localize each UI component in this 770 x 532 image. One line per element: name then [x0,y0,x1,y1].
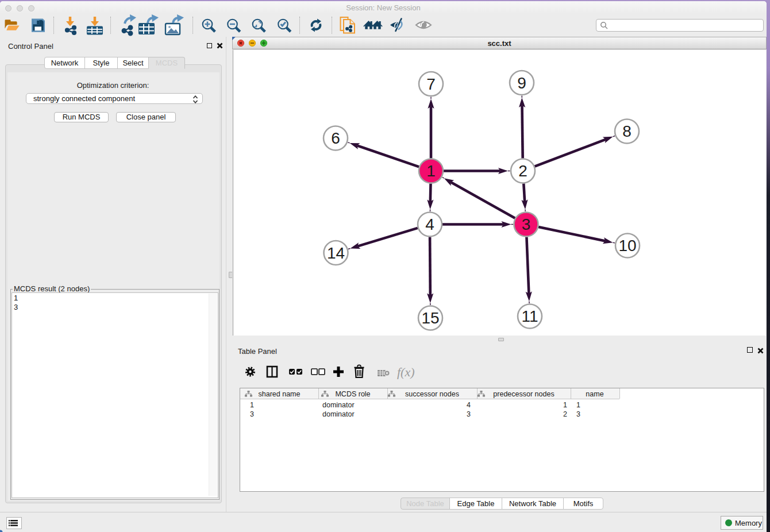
svg-text:1: 1 [426,162,436,180]
svg-text:6: 6 [331,129,340,147]
svg-text:10: 10 [618,237,636,255]
svg-text:9: 9 [517,74,526,91]
svg-text:2: 2 [518,162,528,180]
svg-text:15: 15 [421,309,439,327]
svg-text:14: 14 [327,244,345,261]
svg-text:11: 11 [521,307,538,325]
svg-text:7: 7 [426,75,436,92]
svg-text:3: 3 [522,215,531,233]
svg-text:4: 4 [425,215,434,233]
svg-text:f(x): f(x) [397,365,415,379]
svg-text:8: 8 [622,122,632,140]
